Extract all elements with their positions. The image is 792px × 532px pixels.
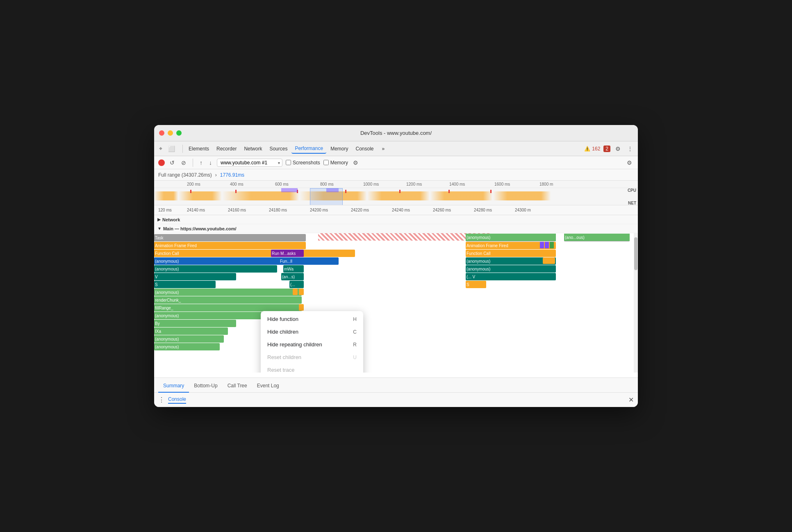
mid-render-row: renderChunk_ — [466, 296, 556, 303]
screenshots-checkbox-label[interactable]: Screenshots — [286, 160, 320, 166]
console-label[interactable]: Console — [168, 396, 186, 404]
tab-performance[interactable]: Performance — [291, 144, 326, 154]
tab-call-tree[interactable]: Call Tree — [223, 380, 252, 393]
mid-anim-row: Animation Frame Fired — [466, 241, 556, 249]
fill-range-bar[interactable]: fillRange_ — [154, 304, 302, 311]
tab-sources[interactable]: Sources — [266, 144, 291, 153]
yellow-ind-3 — [299, 304, 304, 311]
mid-anon-bar-6[interactable]: (anonymous) — [466, 234, 556, 241]
v-bar[interactable]: V — [154, 273, 236, 280]
traffic-lights — [159, 130, 182, 136]
timescale-mark-1: 400 ms — [230, 182, 244, 186]
anon-teal-bar-1[interactable]: (anonymous) — [154, 265, 277, 273]
main-expand-icon[interactable]: ▼ — [157, 226, 162, 231]
ctx-hide-function[interactable]: Hide function H — [261, 313, 363, 325]
title-bar: DevTools - www.youtube.com/ — [154, 125, 638, 141]
anon-blue-bar[interactable]: (anonymous) — [154, 257, 339, 265]
mid-yellow-ind — [543, 257, 555, 264]
run-microtasks-bar[interactable]: Run M...asks — [271, 250, 304, 257]
network-expand-icon[interactable]: ▶ — [157, 217, 161, 222]
maximize-button[interactable] — [176, 130, 182, 136]
device-icon[interactable]: ⬜ — [166, 145, 177, 153]
right-render-row: rend...nk_ — [564, 296, 630, 303]
mid-anon-bar-2[interactable]: (anonymous) — [466, 265, 556, 273]
mid-s-bar[interactable]: S — [466, 281, 486, 288]
mid-anon-row-3: (anonymous) — [466, 288, 556, 296]
ts-0: 120 ms — [158, 208, 172, 212]
console-more-icon[interactable]: ⋮ — [158, 396, 165, 404]
screenshots-checkbox[interactable] — [286, 160, 291, 165]
anon-green-bar[interactable]: (anonymous) — [154, 289, 302, 296]
close-button[interactable] — [159, 130, 164, 136]
memory-checkbox-label[interactable]: Memory — [323, 160, 348, 166]
function-call-bar[interactable]: Function Call — [154, 250, 355, 257]
network-section: ▶ Network — [154, 215, 638, 224]
url-select[interactable]: www.youtube.com #1 — [217, 159, 282, 167]
green-ind — [550, 242, 554, 248]
task-row-8: renderChunk_ — [154, 296, 306, 303]
timescale-mark-6: 1400 ms — [449, 182, 465, 186]
more-options-icon[interactable]: ⋮ — [626, 145, 635, 153]
mid-func-bar[interactable]: Function Call — [466, 250, 556, 257]
mwa-bar[interactable]: mWa — [283, 265, 304, 273]
minimize-button[interactable] — [168, 130, 173, 136]
right-anon-row-5: (ano...ous) — [564, 335, 630, 342]
tab-summary[interactable]: Summary — [158, 380, 189, 393]
fun-ll-bar[interactable]: Fun...ll — [279, 257, 304, 265]
cursor-icon[interactable]: ⌖ — [157, 144, 164, 153]
right-fill-row: fillRange_ — [564, 304, 630, 311]
render-chunk-bar[interactable]: renderChunk_ — [154, 296, 302, 304]
tab-event-log[interactable]: Event Log — [252, 380, 284, 393]
ixa-bar[interactable]: IXa — [154, 327, 228, 335]
tab-elements[interactable]: Elements — [185, 144, 212, 153]
tab-network[interactable]: Network — [241, 144, 265, 153]
mid-v-bar[interactable]: (... V — [466, 273, 556, 280]
ts-3: 24180 ms — [269, 208, 287, 212]
paren-bar[interactable]: (... — [289, 281, 304, 288]
s-bar[interactable]: S — [154, 281, 216, 288]
animation-frame-bar[interactable]: Animation Frame Fired — [154, 242, 306, 249]
reload-icon[interactable]: ↺ — [168, 159, 176, 167]
tab-console[interactable]: Console — [352, 144, 377, 153]
selected-range[interactable]: 1776.91ms — [220, 172, 244, 178]
ctx-hide-repeating[interactable]: Hide repeating children R — [261, 338, 363, 351]
by-bar[interactable]: By — [154, 320, 236, 327]
scrollbar-thumb[interactable] — [634, 237, 637, 270]
memory-checkbox[interactable] — [323, 160, 329, 165]
tab-bottom-up[interactable]: Bottom-Up — [189, 380, 222, 393]
ctx-hide-children[interactable]: Hide children C — [261, 325, 363, 338]
mid-indicators — [540, 242, 554, 248]
bottom-tabs: Summary Bottom-Up Call Tree Event Log — [154, 377, 638, 392]
settings-icon-2[interactable]: ⚙ — [625, 159, 634, 167]
long-task-hatched — [318, 233, 490, 241]
cpu-label: CPU — [628, 188, 636, 193]
timescale-mark-0: 200 ms — [187, 182, 200, 186]
timescale-mark-5: 1200 ms — [406, 182, 422, 186]
window-title: DevTools - www.youtube.com/ — [360, 130, 432, 136]
settings-icon[interactable]: ⚙ — [614, 145, 622, 153]
upload-icon[interactable]: ↑ — [198, 159, 204, 167]
right-s-row: S — [564, 280, 630, 288]
tab-memory[interactable]: Memory — [327, 144, 351, 153]
console-close-button[interactable]: ✕ — [628, 396, 634, 404]
right-v-row: V — [564, 273, 630, 280]
cpu-activity — [154, 191, 638, 200]
capture-settings-icon[interactable]: ⚙ — [351, 159, 360, 167]
ans-bar[interactable]: (an...s) — [281, 273, 304, 280]
context-menu: Hide function H Hide children C Hide rep… — [261, 311, 363, 373]
anon-green-bar-4[interactable]: (anonymous) — [154, 343, 220, 350]
more-tabs-button[interactable]: » — [379, 144, 388, 153]
record-button[interactable] — [158, 159, 165, 166]
task-bar-0[interactable]: Task — [154, 234, 306, 241]
task-row-0: Task — [154, 234, 306, 241]
right-anon-bar-6[interactable]: (ano...ous) — [564, 234, 630, 241]
mid-func-row: Function Call — [466, 249, 556, 257]
download-icon[interactable]: ↓ — [207, 159, 214, 167]
tab-recorder[interactable]: Recorder — [213, 144, 240, 153]
ctx-hide-function-label: Hide function — [267, 316, 298, 322]
clear-icon[interactable]: ⊘ — [180, 159, 188, 167]
right-ixa-row: IXa — [564, 327, 630, 334]
timeline-scrollbar[interactable] — [634, 233, 638, 373]
mid-anon-bar-1[interactable]: (anonymous) — [466, 257, 556, 265]
anon-green-bar-3[interactable]: (anonymous) — [154, 335, 224, 343]
